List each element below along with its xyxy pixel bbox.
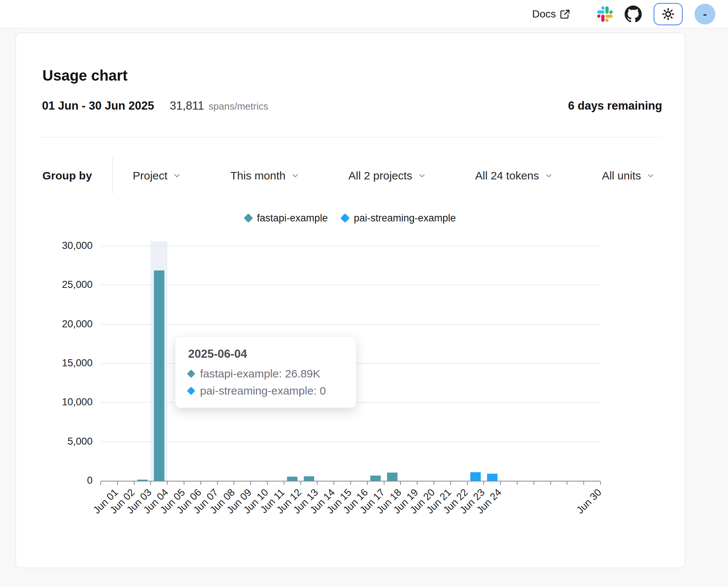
chart-bar[interactable] <box>154 270 164 481</box>
x-axis-tick <box>117 481 118 485</box>
avatar[interactable]: - <box>695 4 715 25</box>
y-axis-tick-label: 15,000 <box>27 357 93 369</box>
x-axis-tick <box>184 481 184 485</box>
x-axis-tick <box>267 481 268 485</box>
theme-toggle-button[interactable] <box>654 3 683 25</box>
y-gridline <box>101 324 600 325</box>
x-axis-tick <box>384 481 384 485</box>
chart-bar[interactable] <box>370 476 381 481</box>
y-gridline <box>101 246 600 246</box>
x-axis-tick <box>400 481 401 485</box>
x-axis-tick <box>217 481 218 485</box>
x-axis-tick <box>434 481 434 485</box>
usage-card: Usage chart 01 Jun - 30 Jun 2025 31,811 … <box>16 33 685 568</box>
x-axis-tick <box>367 481 368 485</box>
tooltip-row-text: pai-streaming-example: 0 <box>200 385 326 397</box>
x-axis-tick <box>600 481 601 485</box>
x-axis-tick <box>483 481 484 485</box>
x-axis-tick <box>300 481 301 485</box>
avatar-label: - <box>703 8 707 20</box>
slack-icon[interactable] <box>597 6 613 22</box>
x-axis-tick <box>134 481 135 485</box>
chart-bar[interactable] <box>287 477 297 481</box>
y-axis-tick-label: 10,000 <box>27 396 93 408</box>
y-axis-tick-label: 5,000 <box>27 436 93 447</box>
docs-link[interactable]: Docs <box>532 8 570 20</box>
x-axis-tick <box>284 481 284 485</box>
github-icon[interactable] <box>625 6 642 23</box>
x-axis-tick <box>450 481 451 485</box>
chart-tooltip: 2025-06-04 fastapi-example: 26.89K pai-s… <box>175 337 356 408</box>
docs-link-label: Docs <box>532 8 556 20</box>
x-axis-tick <box>200 481 201 485</box>
chart-bar[interactable] <box>387 473 397 481</box>
x-axis-tick <box>350 481 351 485</box>
x-axis-tick <box>167 481 168 485</box>
y-axis-tick-label: 25,000 <box>27 279 93 291</box>
x-axis-tick <box>233 481 234 485</box>
y-gridline <box>101 441 600 442</box>
x-axis-tick <box>500 481 501 485</box>
tooltip-diamond-icon <box>187 370 196 378</box>
y-axis-tick-label: 0 <box>27 475 93 486</box>
chart-bar[interactable] <box>304 476 314 481</box>
chart-bar[interactable] <box>487 474 497 481</box>
tooltip-diamond-icon <box>187 387 196 395</box>
x-axis-tick <box>250 481 251 485</box>
tooltip-row: pai-streaming-example: 0 <box>188 385 343 397</box>
external-link-icon <box>559 9 570 20</box>
tooltip-title: 2025-06-04 <box>188 347 343 361</box>
x-axis-tick <box>150 481 151 485</box>
x-axis-tick <box>317 481 318 485</box>
sun-icon <box>661 7 675 21</box>
tooltip-row-text: fastapi-example: 26.89K <box>200 367 320 380</box>
x-axis-tick-label: Jun 30 <box>574 487 603 516</box>
y-axis-tick-label: 20,000 <box>27 318 93 330</box>
tooltip-row: fastapi-example: 26.89K <box>188 367 343 380</box>
x-axis-tick <box>534 481 534 485</box>
x-axis-tick <box>334 481 334 485</box>
page: Docs <box>0 0 728 587</box>
x-axis-tick <box>550 481 551 485</box>
topbar: Docs <box>0 0 728 28</box>
x-axis-tick <box>583 481 584 485</box>
usage-bar-chart: 05,00010,00015,00020,00025,00030,000Jun … <box>16 33 686 568</box>
x-axis-tick <box>517 481 518 485</box>
y-axis-tick-label: 30,000 <box>27 240 93 252</box>
y-gridline <box>101 285 600 285</box>
chart-bar[interactable] <box>470 472 481 481</box>
x-axis-tick <box>467 481 468 485</box>
x-axis-tick <box>417 481 418 485</box>
x-axis-tick <box>567 481 567 485</box>
x-axis-tick <box>100 481 101 485</box>
